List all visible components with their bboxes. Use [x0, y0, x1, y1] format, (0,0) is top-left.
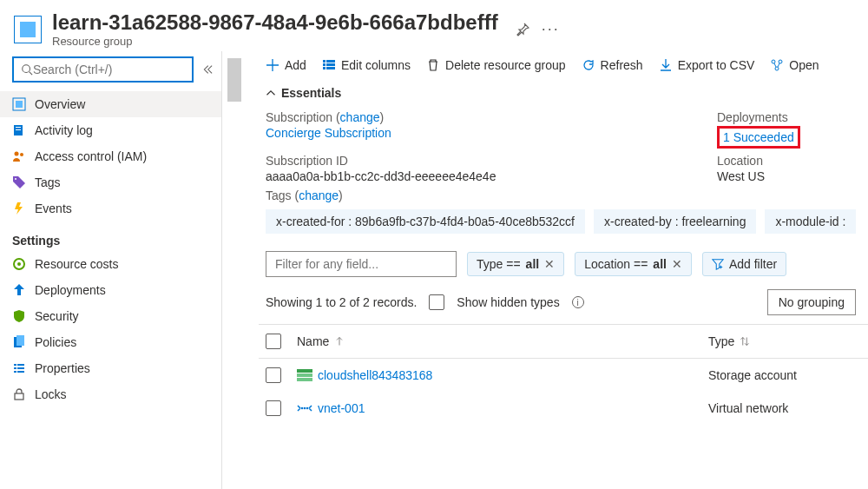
page-subtitle: Resource group — [52, 35, 498, 48]
row-checkbox[interactable] — [266, 400, 281, 416]
location-label: Location — [717, 154, 856, 168]
type-column-header[interactable]: Type — [708, 334, 856, 348]
change-subscription-link[interactable]: change — [340, 110, 380, 124]
sort-icon — [334, 336, 345, 347]
collapse-icon[interactable] — [201, 63, 213, 76]
tag-pill[interactable]: x-module-id : — [765, 209, 856, 234]
svg-rect-19 — [17, 371, 24, 373]
table-row[interactable]: vnet-001 Virtual network — [259, 392, 868, 425]
change-tags-link[interactable]: change — [299, 188, 339, 202]
table-row[interactable]: cloudshell843483168 Storage account — [259, 359, 868, 392]
plus-icon — [266, 58, 279, 72]
export-csv-button[interactable]: Export to CSV — [659, 58, 755, 72]
scrollbar[interactable] — [226, 51, 243, 489]
refresh-icon — [582, 58, 595, 72]
tags-label: Tags (change) — [266, 188, 856, 202]
properties-icon — [12, 361, 26, 375]
svg-point-35 — [306, 407, 309, 410]
svg-rect-5 — [16, 127, 21, 128]
svg-rect-20 — [15, 393, 23, 400]
sidebar-item-locks[interactable]: Locks — [0, 381, 221, 407]
policies-icon — [12, 335, 26, 349]
sidebar-item-label: Resource costs — [35, 257, 118, 271]
svg-rect-15 — [17, 364, 24, 366]
sidebar-item-label: Locks — [35, 387, 67, 401]
row-checkbox[interactable] — [266, 367, 281, 383]
name-column-header[interactable]: Name — [297, 334, 698, 348]
filter-input[interactable] — [266, 251, 457, 277]
storage-icon — [297, 369, 312, 381]
location-filter-chip[interactable]: Location == all✕ — [575, 252, 692, 276]
add-filter-chip[interactable]: Add filter — [702, 252, 786, 276]
sidebar-item-iam[interactable]: Access control (IAM) — [0, 143, 221, 169]
sidebar-item-overview[interactable]: Overview — [0, 91, 221, 117]
sidebar-item-activity-log[interactable]: Activity log — [0, 117, 221, 143]
svg-point-34 — [304, 407, 306, 410]
search-input[interactable] — [33, 63, 185, 76]
sidebar-item-properties[interactable]: Properties — [0, 355, 221, 381]
sort-icon — [740, 336, 750, 347]
open-button[interactable]: Open — [770, 58, 819, 72]
open-icon — [770, 58, 784, 72]
more-icon[interactable]: ··· — [542, 20, 560, 38]
hidden-types-label: Show hidden types — [457, 295, 559, 309]
sidebar-item-label: Properties — [35, 361, 90, 375]
search-box[interactable] — [12, 56, 194, 83]
iam-icon — [12, 149, 26, 163]
sidebar-item-events[interactable]: Events — [0, 195, 221, 221]
info-icon[interactable]: i — [572, 296, 584, 308]
subscription-id-label: Subscription ID — [266, 154, 682, 168]
resource-type: Storage account — [708, 368, 856, 382]
resource-type: Virtual network — [708, 401, 856, 415]
hidden-types-checkbox[interactable] — [429, 294, 444, 310]
pin-icon[interactable] — [516, 23, 529, 36]
resource-link[interactable]: cloudshell843483168 — [318, 368, 432, 382]
svg-rect-16 — [14, 367, 16, 369]
download-icon — [659, 58, 673, 72]
svg-rect-30 — [297, 369, 312, 373]
deployments-label: Deployments — [717, 110, 856, 124]
close-icon[interactable]: ✕ — [544, 257, 555, 271]
tag-pill[interactable]: x-created-for : 89b6a9fb-c37b-4fd4-b0a5-… — [266, 209, 585, 234]
sidebar-item-tags[interactable]: Tags — [0, 169, 221, 195]
sidebar-item-label: Activity log — [35, 123, 93, 137]
records-count: Showing 1 to 2 of 2 records. — [266, 295, 417, 309]
svg-point-29 — [775, 67, 779, 70]
svg-point-9 — [15, 178, 16, 180]
svg-rect-23 — [323, 63, 326, 66]
svg-point-7 — [15, 152, 19, 156]
refresh-button[interactable]: Refresh — [582, 58, 643, 72]
sidebar-item-policies[interactable]: Policies — [0, 329, 221, 355]
tag-pills: x-created-for : 89b6a9fb-c37b-4fd4-b0a5-… — [266, 209, 856, 234]
main-content: Add Edit columns Delete resource group R… — [252, 51, 868, 489]
grouping-select[interactable]: No grouping — [767, 289, 856, 315]
svg-rect-13 — [16, 335, 24, 346]
add-button[interactable]: Add — [266, 58, 306, 72]
page-title: learn-31a62588-9867-48a4-9e6b-666a7bdbef… — [52, 10, 498, 35]
sidebar-item-label: Tags — [35, 175, 61, 189]
filter-icon — [712, 258, 724, 270]
table-header: Name Type — [259, 324, 868, 359]
close-icon[interactable]: ✕ — [672, 257, 682, 271]
select-all-checkbox[interactable] — [266, 334, 281, 349]
edit-columns-button[interactable]: Edit columns — [322, 58, 411, 72]
subscription-value[interactable]: Concierge Subscription — [266, 126, 682, 140]
sidebar-item-label: Deployments — [35, 283, 106, 297]
essentials-section: Essentials Subscription (change) Concier… — [259, 79, 868, 241]
sidebar: Overview Activity log Access control (IA… — [0, 51, 252, 489]
sidebar-item-security[interactable]: Security — [0, 303, 221, 329]
svg-rect-26 — [326, 67, 335, 69]
delete-button[interactable]: Delete resource group — [426, 58, 566, 72]
essentials-toggle[interactable]: Essentials — [266, 83, 856, 110]
sidebar-item-label: Overview — [35, 97, 85, 111]
sidebar-item-deployments[interactable]: Deployments — [0, 277, 221, 303]
resource-link[interactable]: vnet-001 — [318, 401, 365, 415]
sidebar-item-label: Policies — [35, 335, 76, 349]
deployments-link[interactable]: 1 Succeeded — [723, 130, 794, 144]
type-filter-chip[interactable]: Type == all✕ — [467, 252, 564, 276]
sidebar-item-costs[interactable]: Resource costs — [0, 251, 221, 277]
tag-pill[interactable]: x-created-by : freelearning — [594, 209, 756, 234]
svg-point-11 — [17, 262, 21, 266]
costs-icon — [12, 257, 26, 271]
svg-rect-3 — [16, 101, 23, 108]
